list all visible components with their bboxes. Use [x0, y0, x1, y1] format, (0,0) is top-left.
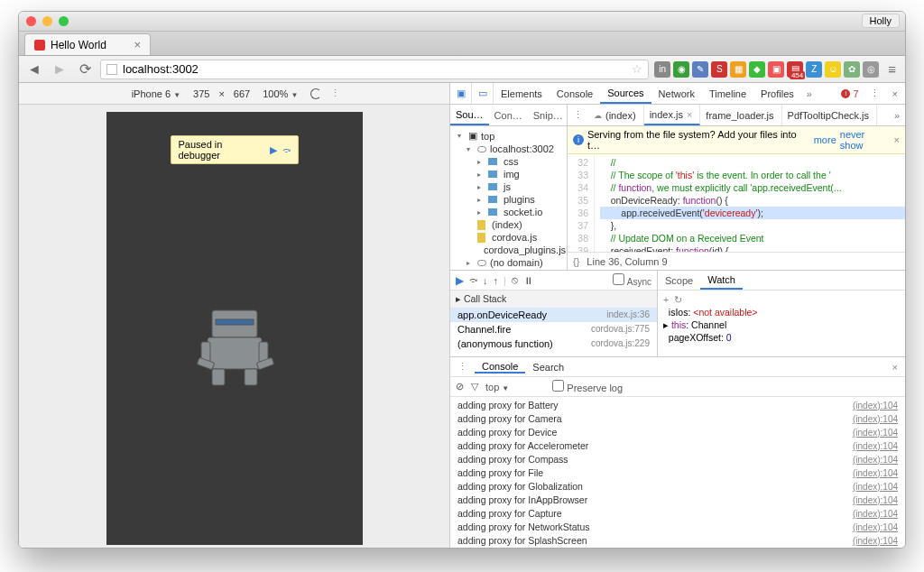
close-icon[interactable]: ×: [687, 109, 692, 120]
step-over-icon[interactable]: ⤼: [469, 274, 477, 286]
tab-watch[interactable]: Watch: [700, 271, 743, 290]
file-tab[interactable]: ☁(index): [588, 105, 644, 125]
maximize-window-icon[interactable]: [59, 16, 69, 26]
window-titlebar: Holly: [19, 12, 905, 32]
dim-sep: ×: [218, 88, 224, 99]
rotate-icon[interactable]: [310, 88, 321, 99]
close-window-icon[interactable]: [26, 16, 36, 26]
error-indicator[interactable]: !7: [836, 88, 864, 99]
navigator-tab-snippets[interactable]: Snip…: [528, 105, 568, 125]
bookmark-star-icon[interactable]: ☆: [632, 62, 642, 76]
stack-frame[interactable]: app.onDeviceReadyindex.js:36: [450, 308, 657, 322]
navigator-tab-sources[interactable]: Sou…: [450, 105, 489, 125]
add-watch-icon[interactable]: +: [663, 294, 669, 305]
filter-icon[interactable]: ▽: [471, 381, 478, 392]
emulator-more-icon[interactable]: ⋮: [330, 88, 340, 99]
preserve-log-checkbox[interactable]: [552, 380, 564, 392]
device-height[interactable]: 667: [234, 88, 250, 99]
device-select[interactable]: iPhone 6 ▼: [128, 88, 184, 99]
menu-icon[interactable]: ≡: [888, 61, 896, 77]
extension-icon[interactable]: ▤: [787, 61, 803, 78]
toggle-device-icon[interactable]: ▭: [472, 83, 494, 105]
console-menu-icon[interactable]: ⋮: [450, 361, 475, 373]
extension-icon[interactable]: Z: [806, 61, 822, 78]
extension-icon[interactable]: ✎: [692, 61, 708, 78]
scope-watch-panel: Scope Watch + ↻ isIos: <not available> ▸…: [658, 271, 905, 356]
file-tab[interactable]: index.js ×: [644, 105, 701, 125]
svg-rect-2: [208, 337, 262, 369]
tab-profiles[interactable]: Profiles: [753, 83, 801, 104]
devtools-menu-icon[interactable]: ⋮: [864, 88, 885, 99]
info-more-link[interactable]: more: [814, 134, 836, 145]
emulator-stage: Paused in debugger ▶ ⤼: [19, 105, 449, 548]
step-icon[interactable]: ⤼: [282, 144, 291, 156]
extension-icon[interactable]: ☺: [825, 61, 841, 78]
tab-elements[interactable]: Elements: [494, 83, 550, 104]
device-screen[interactable]: Paused in debugger ▶ ⤼: [106, 112, 363, 545]
stack-frame[interactable]: (anonymous function)cordova.js:229: [450, 337, 657, 351]
clear-console-icon[interactable]: ⊘: [456, 381, 464, 392]
extension-icon[interactable]: in: [654, 61, 670, 78]
sources-body: ▾▣ top ▾ localhost:3002 ▸css ▸img ▸js ▸p…: [450, 126, 905, 271]
tab-sources[interactable]: Sources: [600, 83, 651, 104]
deactivate-breakpoints-icon[interactable]: ⦸: [512, 274, 518, 286]
code-editor: i Serving from the file system? Add your…: [568, 126, 905, 270]
console-drawer: ⋮ Console Search × ⊘ ▽ top ▼ Preserve lo…: [450, 357, 905, 548]
navigator-tab-content[interactable]: Con…: [489, 105, 528, 125]
scope-tabs: Scope Watch: [658, 271, 905, 291]
close-icon[interactable]: ×: [894, 134, 900, 145]
file-tab[interactable]: PdfTooltipCheck.js: [782, 105, 878, 125]
format-icon[interactable]: {}: [573, 256, 579, 267]
profile-button[interactable]: Holly: [862, 14, 900, 28]
tab-scope[interactable]: Scope: [658, 271, 700, 290]
debugger-panel: ▶ ⤼ ↓ ↑ | ⦸ ⏸ Async ▸ Call Stack app.onD…: [450, 271, 658, 356]
forward-button[interactable]: ►: [50, 61, 69, 78]
info-never-link[interactable]: never show: [840, 129, 891, 151]
paused-banner: Paused in debugger ▶ ⤼: [171, 135, 299, 164]
minimize-window-icon[interactable]: [42, 16, 52, 26]
step-out-icon[interactable]: ↑: [494, 275, 499, 286]
extension-icon[interactable]: ◉: [673, 61, 689, 78]
file-tab[interactable]: frame_loader.js: [700, 105, 781, 125]
device-width[interactable]: 375: [193, 88, 209, 99]
info-banner: i Serving from the file system? Add your…: [568, 126, 905, 154]
close-drawer-icon[interactable]: ×: [885, 362, 905, 373]
file-navigator[interactable]: ▾▣ top ▾ localhost:3002 ▸css ▸img ▸js ▸p…: [450, 126, 568, 270]
file-tabs-menu-icon[interactable]: ⋮: [568, 109, 588, 121]
watch-list[interactable]: + ↻ isIos: <not available> ▸ this: Chann…: [658, 291, 905, 346]
code-view[interactable]: 32 33 34 35 36 37 38 39 40 41 42 43 44 /…: [568, 154, 905, 252]
tab-console[interactable]: Console: [475, 361, 525, 374]
extension-icon[interactable]: ◎: [863, 61, 879, 78]
devtools-close-icon[interactable]: ×: [885, 88, 905, 99]
file-tabs-overflow-icon[interactable]: »: [889, 110, 905, 121]
context-select[interactable]: top ▼: [485, 382, 509, 392]
refresh-watch-icon[interactable]: ↻: [674, 294, 682, 305]
call-stack-header[interactable]: ▸ Call Stack: [450, 291, 657, 308]
extension-icon[interactable]: ✿: [844, 61, 860, 78]
resume-icon[interactable]: ▶: [270, 144, 277, 156]
tab-network[interactable]: Network: [651, 83, 702, 104]
reload-button[interactable]: ⟳: [75, 60, 95, 78]
step-into-icon[interactable]: ↓: [483, 275, 488, 286]
back-button[interactable]: ◄: [24, 61, 44, 78]
pause-on-exceptions-icon[interactable]: ⏸: [523, 275, 533, 286]
extension-icon[interactable]: ◆: [749, 61, 765, 78]
tab-console[interactable]: Console: [550, 83, 600, 104]
extension-icon[interactable]: ▦: [730, 61, 746, 78]
inspect-element-icon[interactable]: ▣: [450, 83, 472, 105]
tab-timeline[interactable]: Timeline: [702, 83, 753, 104]
console-output[interactable]: adding proxy for Battery(index):104addin…: [450, 397, 905, 548]
sources-tabstrip: Sou… Con… Snip… ⋮ ☁(index) index.js × fr…: [450, 105, 905, 126]
tab-search[interactable]: Search: [525, 362, 571, 373]
address-bar[interactable]: localhost:3002 ☆: [100, 60, 649, 79]
resume-icon[interactable]: ▶: [456, 274, 464, 287]
stack-frame[interactable]: Channel.firecordova.js:775: [450, 322, 657, 337]
extension-icon[interactable]: ▣: [768, 61, 784, 78]
favicon-icon: [34, 40, 45, 51]
tabs-overflow-icon[interactable]: »: [801, 88, 818, 99]
zoom-select[interactable]: 100% ▼: [259, 88, 301, 99]
browser-tab[interactable]: Hello World ×: [24, 33, 151, 55]
extension-icon[interactable]: S: [711, 61, 727, 78]
async-checkbox[interactable]: [613, 273, 624, 285]
close-tab-icon[interactable]: ×: [134, 38, 141, 51]
